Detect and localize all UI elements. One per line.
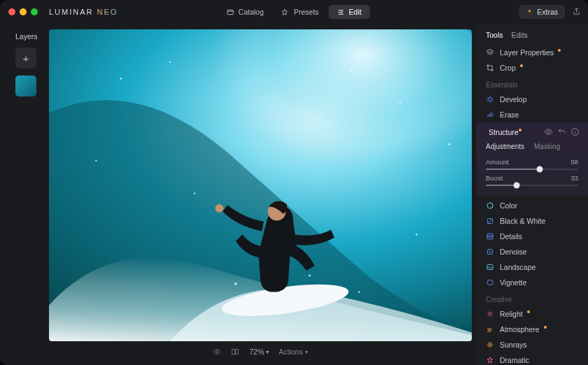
tab-presets-label: Presets	[294, 8, 319, 16]
svg-rect-0	[227, 10, 233, 14]
svg-point-18	[416, 234, 418, 236]
zoom-dropdown[interactable]: 72%▾	[249, 348, 269, 356]
structure-label[interactable]: Structure	[489, 128, 540, 136]
svg-point-9	[349, 69, 351, 71]
subtab-masking[interactable]: Masking	[534, 143, 560, 150]
window-controls	[8, 8, 38, 15]
actions-dropdown[interactable]: Actions▾	[279, 348, 307, 356]
svg-rect-29	[487, 234, 493, 239]
tab-edits[interactable]: Edits	[512, 31, 528, 39]
image-canvas[interactable]	[49, 29, 472, 341]
minimize-window-button[interactable]	[20, 8, 27, 15]
modified-indicator	[527, 310, 530, 313]
svg-point-31	[489, 250, 489, 251]
svg-point-22	[489, 98, 492, 101]
add-layer-button[interactable]: +	[15, 48, 36, 69]
dramatic-icon	[486, 356, 494, 364]
svg-point-25	[547, 131, 550, 133]
modified-indicator	[558, 49, 561, 52]
amount-slider[interactable]	[486, 169, 578, 170]
tool-develop[interactable]: Develop	[476, 92, 588, 107]
center-panel: 72%▾ Actions▾	[49, 24, 476, 365]
tool-atmosphere[interactable]: Atmosphere	[476, 322, 588, 337]
tab-presets[interactable]: Presets	[274, 5, 328, 19]
tools-sidebar: Tools Edits Layer Properties Crop Essent…	[476, 24, 588, 365]
bw-icon	[486, 217, 494, 225]
svg-rect-21	[236, 350, 239, 355]
tool-sunrays[interactable]: Sunrays	[476, 337, 588, 352]
svg-point-36	[489, 313, 491, 315]
app-window: LUMINAR NEO Catalog Presets Edit Extras	[0, 0, 588, 365]
tool-structure-panel: Structure Adjustments Masking Amount58 B…	[476, 122, 588, 195]
layers-title: Layers	[15, 32, 49, 41]
extras-label: Extras	[537, 8, 558, 16]
svg-point-7	[120, 78, 122, 80]
erase-icon	[486, 110, 494, 119]
svg-point-37	[489, 344, 491, 346]
svg-rect-30	[488, 250, 493, 255]
svg-rect-35	[487, 280, 493, 285]
extras-button[interactable]: Extras	[519, 5, 565, 19]
develop-icon	[486, 95, 494, 103]
svg-point-6	[215, 204, 223, 213]
tab-edit-label: Edit	[349, 8, 361, 16]
modified-indicator	[544, 326, 547, 329]
tool-color[interactable]: Color	[476, 198, 588, 213]
tool-dramatic[interactable]: Dramatic	[476, 352, 588, 365]
tool-black-white[interactable]: Black & White	[476, 213, 588, 229]
tool-erase[interactable]: Erase	[476, 107, 588, 122]
tool-details[interactable]: Details	[476, 229, 588, 244]
slider-boost: Boost33	[476, 172, 588, 188]
tab-tools[interactable]: Tools	[486, 31, 503, 39]
svg-point-15	[309, 275, 311, 277]
app-body: Layers +	[0, 24, 588, 365]
quick-preview-icon[interactable]	[213, 348, 221, 356]
tab-catalog[interactable]: Catalog	[218, 5, 272, 19]
layers-sidebar: Layers +	[0, 24, 49, 365]
details-icon	[486, 232, 494, 241]
svg-point-33	[489, 252, 490, 253]
structure-subtabs: Adjustments Masking	[476, 141, 588, 156]
edited-image	[49, 29, 472, 341]
landscape-icon	[486, 263, 494, 271]
top-nav: Catalog Presets Edit	[218, 0, 370, 24]
share-button[interactable]	[572, 7, 581, 17]
info-icon[interactable]	[570, 127, 580, 136]
tab-catalog-label: Catalog	[239, 8, 264, 16]
svg-point-14	[267, 308, 270, 310]
tool-vignette[interactable]: Vignette	[476, 275, 588, 290]
color-icon	[486, 201, 494, 210]
svg-point-17	[194, 193, 195, 194]
svg-point-32	[491, 252, 491, 252]
section-essentials: Essentials	[476, 76, 588, 92]
modified-indicator	[520, 64, 523, 67]
tab-edit[interactable]: Edit	[328, 5, 370, 19]
relight-icon	[486, 310, 494, 318]
undo-icon[interactable]	[557, 127, 566, 136]
visibility-toggle-icon[interactable]	[544, 127, 553, 136]
svg-rect-34	[487, 265, 493, 270]
svg-point-13	[234, 282, 237, 285]
vignette-icon	[486, 278, 494, 287]
maximize-window-button[interactable]	[31, 8, 38, 15]
top-right-controls: Extras	[519, 0, 581, 24]
right-tabs: Tools Edits	[476, 29, 588, 45]
boost-slider[interactable]	[486, 185, 578, 186]
svg-point-11	[448, 143, 450, 145]
section-creative: Creative	[476, 290, 588, 306]
tool-layer-properties[interactable]: Layer Properties	[476, 45, 588, 60]
layer-thumbnail[interactable]	[15, 76, 36, 96]
compare-icon[interactable]	[231, 348, 239, 356]
subtab-adjustments[interactable]: Adjustments	[486, 143, 524, 150]
svg-point-16	[358, 291, 360, 293]
tool-relight[interactable]: Relight	[476, 306, 588, 322]
tool-crop[interactable]: Crop	[476, 60, 588, 76]
canvas-bottombar: 72%▾ Actions▾	[49, 341, 472, 362]
atmosphere-icon	[486, 325, 494, 334]
close-window-button[interactable]	[8, 8, 15, 15]
svg-point-19	[216, 351, 218, 353]
modified-indicator	[519, 129, 522, 131]
tool-landscape[interactable]: Landscape	[476, 259, 588, 275]
tool-denoise[interactable]: Denoise	[476, 244, 588, 259]
crop-icon	[486, 64, 494, 72]
